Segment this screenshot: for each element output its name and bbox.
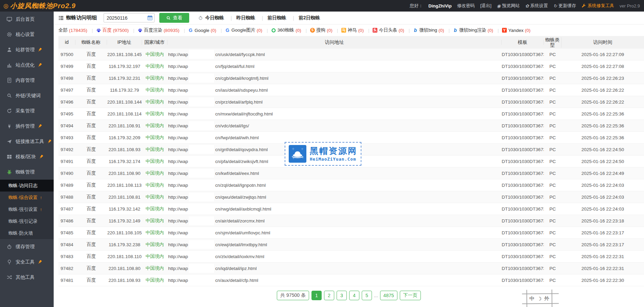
spider-filter[interactable]: 马 神马 (0)	[341, 27, 372, 33]
repair-tool-link[interactable]: 系统修复工具	[582, 3, 614, 9]
spider-filter-label: 360蜘蛛	[278, 27, 294, 33]
sidebar-item[interactable]: 蜘蛛·强引记录	[0, 215, 54, 227]
sidebar-item[interactable]: 后台首页	[0, 12, 54, 27]
url-path: cn/zlx/detail/ioxkmv.html	[215, 254, 265, 259]
url-prefix: http://wap	[168, 76, 188, 81]
monitor-icon	[6, 16, 12, 22]
spider-filter-label: 微软bing	[419, 27, 437, 33]
spider-filter-label: 百度	[103, 27, 112, 33]
widget-moon-icon[interactable]: ☽	[537, 295, 542, 302]
calendar-icon[interactable]	[147, 15, 153, 21]
sidebar-item-label: 外链/关键词	[16, 93, 41, 99]
sidebar-item[interactable]: 采集管理	[0, 103, 54, 119]
cell-region: 中国境内	[142, 134, 167, 141]
spider-filter[interactable]: b 微软bing渲染 (0)	[453, 27, 502, 33]
censored-domain	[189, 74, 214, 83]
spider-filter[interactable]: 百度 (97500)	[96, 27, 138, 33]
sidebar-item-label: 蜘蛛管理	[16, 169, 35, 175]
cell-time: 2025-01-16 22:24:03	[561, 195, 644, 200]
spider-filter-label: 今日头条	[379, 27, 397, 33]
url-path: cn/iqd/detail/ipz.html	[215, 266, 257, 271]
sidebar-item[interactable]: 插件管理	[0, 119, 54, 134]
cell-id: 97496	[58, 100, 75, 105]
cell-region: 中国境内	[142, 75, 167, 81]
cell-spider-name: 百度	[75, 111, 107, 117]
system-settings-link[interactable]: ✿系统设置	[525, 3, 548, 9]
spider-filter[interactable]: G Google (0)	[188, 28, 225, 33]
logout-link[interactable]: [退出]	[480, 3, 491, 9]
sidebar-item[interactable]: 链接推送工具	[0, 134, 54, 149]
pagination-total: 共 97500 条	[277, 291, 309, 300]
sidebar-item[interactable]: 蜘蛛·综合设置 ↑	[0, 192, 54, 203]
page-button[interactable]: 4	[349, 291, 359, 300]
spider-filter[interactable]: 全部 (178435)	[58, 27, 96, 33]
view-button[interactable]: 查看	[159, 13, 189, 23]
pagination: 共 97500 条 12345 ... 4875 下一页	[54, 291, 644, 300]
sidebar-item[interactable]: 内容管理	[0, 73, 54, 88]
sidebar-item-label: 蜘蛛·综合设置	[8, 195, 38, 201]
widget-outer-button[interactable]: 外	[544, 295, 549, 302]
spider-filter[interactable]: 头 今日头条 (0)	[372, 27, 413, 33]
version-label: ver Pro2.9	[620, 3, 640, 8]
spider-filter[interactable]: G Google图片 (0)	[225, 27, 271, 33]
cell-id: 97482	[58, 266, 75, 271]
sidebar-item[interactable]: 核心设置	[0, 27, 54, 42]
cell-ip: 220.181.108.93	[107, 147, 142, 152]
cell-url: http://wap cn/ias/detail/sdspeyu.html	[167, 86, 502, 94]
spider-filter[interactable]: S 搜狗 (0)	[310, 27, 341, 33]
sidebar-item[interactable]: 蜘蛛·强引设置 ↑	[0, 203, 54, 215]
url-path: cn/air/detail/zorcmx.html	[215, 218, 265, 223]
refresh-icon: ↻	[553, 3, 557, 8]
pagination-next-button[interactable]: 下一页	[400, 291, 421, 300]
cell-template: DT1030/1030DT3673	[502, 52, 544, 57]
cell-spider-name: 百度	[75, 134, 107, 141]
spider-filter-count: (0)	[525, 28, 531, 33]
sidebar-item[interactable]: 站群管理	[0, 42, 54, 57]
sidebar-item[interactable]: 安全工具	[0, 254, 54, 270]
page-button[interactable]: 3	[337, 291, 347, 300]
table-row: 97485 百度 220.181.108.105 中国境内 http://wap…	[58, 227, 644, 239]
spider-filter[interactable]: b 微软bing (0)	[413, 27, 453, 33]
preview-icon: ◉	[497, 3, 501, 8]
table-row: 97495 百度 220.181.108.114 中国境内 http://wap…	[58, 108, 644, 120]
sidebar-item[interactable]: 缓存管理	[0, 239, 54, 254]
url-prefix: http://wap	[168, 195, 188, 200]
sidebar-item[interactable]: 站点优化	[0, 57, 54, 73]
quick-link[interactable]: 昨日蜘蛛	[236, 15, 268, 21]
spider-filter[interactable]: 百度渲染 (80935)	[138, 27, 188, 33]
censored-domain	[189, 121, 214, 130]
quick-link[interactable]: 前2日蜘蛛	[299, 15, 320, 21]
sidebar-item[interactable]: 外链/关键词	[0, 88, 54, 103]
spider-filter[interactable]: Y Yandex (0)	[502, 28, 531, 33]
user-icon	[6, 47, 12, 53]
sidebar-item[interactable]: 模板/区块	[0, 149, 54, 164]
username[interactable]: DingZhiVip	[428, 3, 451, 8]
page-button[interactable]: 2	[324, 291, 334, 300]
spider-filter[interactable]: 360蜘蛛 (0)	[271, 27, 310, 33]
change-password-link[interactable]: 修改密码	[457, 3, 475, 9]
sidebar-item[interactable]: 蜘蛛管理	[0, 164, 54, 180]
grid-icon	[6, 154, 12, 160]
cell-id: 97492	[58, 147, 75, 152]
url-prefix: http://wap	[168, 147, 188, 152]
cell-id: 97481	[58, 278, 75, 283]
sidebar-item[interactable]: 蜘蛛·访问日志	[0, 180, 54, 192]
censored-domain	[189, 109, 214, 118]
censored-domain	[189, 157, 214, 166]
cell-spider-name: 百度	[75, 158, 107, 164]
corner-widget[interactable]: 中 ☽ 外	[525, 292, 555, 305]
censored-domain	[189, 133, 214, 142]
cell-url: http://wap cn/zlx/detail/ioxkmv.html	[167, 252, 502, 261]
sidebar-item[interactable]: 蜘蛛·防火墙	[0, 227, 54, 239]
update-cache-link[interactable]: ↻更新缓存	[553, 3, 576, 9]
preview-site-link[interactable]: ◉预览网站	[497, 3, 520, 9]
quick-link[interactable]: 前日蜘蛛	[267, 15, 299, 21]
page-button[interactable]: 1	[311, 291, 322, 300]
widget-zh-button[interactable]: 中	[530, 295, 535, 302]
page-button[interactable]: 5	[362, 291, 372, 300]
quick-link[interactable]: 今日蜘蛛	[198, 15, 236, 21]
cell-region: 中国境内	[142, 87, 167, 93]
spider-filter-count: (97500)	[113, 28, 129, 33]
pagination-last-page[interactable]: 4875	[380, 291, 397, 300]
sidebar-item[interactable]: 其他工具	[0, 270, 54, 285]
